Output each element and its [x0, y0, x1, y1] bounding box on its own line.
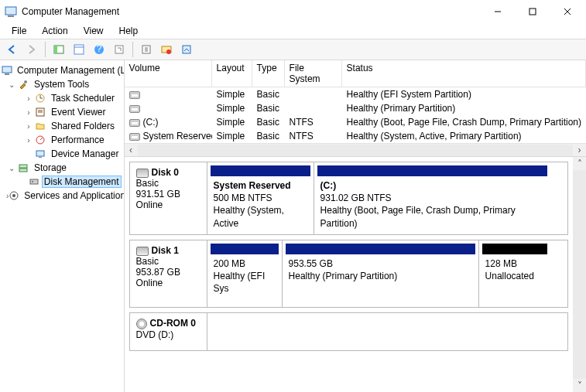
properties-button[interactable] — [70, 41, 87, 58]
action3-button[interactable] — [178, 41, 195, 58]
help-button[interactable]: ? — [91, 41, 108, 58]
volume-status: Healthy (Primary Partition) — [342, 101, 586, 115]
vertical-scrollbar[interactable]: ˄ ˅ — [573, 157, 586, 392]
svg-rect-8 — [74, 45, 84, 54]
expand-icon[interactable]: › — [23, 108, 34, 117]
scroll-down-icon[interactable]: ˅ — [573, 379, 586, 392]
disk-name: Disk 0 — [152, 167, 179, 178]
disk-status: Online — [136, 199, 200, 210]
svg-rect-20 — [2, 66, 12, 73]
disk-name: Disk 1 — [152, 245, 179, 256]
tree-shared-folders[interactable]: › Shared Folders — [0, 119, 124, 133]
menu-action[interactable]: Action — [35, 24, 74, 38]
volume-list[interactable]: Volume Layout Type File System Status Si… — [125, 60, 586, 157]
tree-task-scheduler[interactable]: › Task Scheduler — [0, 91, 124, 105]
partition-title: (C:) — [320, 179, 544, 192]
volume-name: System Reserved — [143, 131, 212, 141]
header-status[interactable]: Status — [342, 60, 586, 87]
refresh-button[interactable] — [111, 41, 128, 58]
header-volume[interactable]: Volume — [125, 60, 212, 87]
volume-status: Healthy (EFI System Partition) — [342, 87, 586, 101]
partition[interactable]: 128 MBUnallocated — [478, 240, 550, 307]
disk-size: 953.87 GB — [136, 267, 200, 278]
menu-help[interactable]: Help — [112, 24, 146, 38]
partition[interactable]: System Reserved500 MB NTFSHealthy (Syste… — [207, 162, 314, 234]
menu-file[interactable]: File — [5, 24, 33, 38]
app-icon — [5, 5, 17, 18]
tree-system-tools[interactable]: ⌄ System Tools — [0, 77, 124, 91]
harddisk-icon — [136, 247, 149, 256]
tree-services[interactable]: › Services and Application — [0, 189, 124, 203]
disk-label[interactable]: CD-ROM 0DVD (D:) — [130, 313, 207, 350]
volume-row[interactable]: (C:)SimpleBasicNTFSHealthy (Boot, Page F… — [125, 115, 586, 129]
scroll-track[interactable] — [138, 145, 573, 156]
partition-status: Healthy (System, Active — [214, 204, 307, 229]
volume-icon — [129, 119, 140, 127]
volume-row[interactable]: SimpleBasicHealthy (EFI System Partition… — [125, 87, 586, 101]
disk-label[interactable]: Disk 1Basic953.87 GBOnline — [130, 240, 207, 307]
disk-row[interactable]: CD-ROM 0DVD (D:) — [129, 312, 568, 351]
expand-icon[interactable]: › — [23, 94, 34, 103]
disk-row[interactable]: Disk 0Basic931.51 GBOnlineSystem Reserve… — [129, 162, 568, 235]
tree-disk-management[interactable]: Disk Management — [0, 175, 124, 189]
volume-row[interactable]: SimpleBasicHealthy (Primary Partition) — [125, 101, 586, 115]
partition-bar — [482, 244, 547, 254]
navigation-tree[interactable]: Computer Management (Lo ⌄ System Tools ›… — [0, 60, 125, 392]
header-type[interactable]: Type — [252, 60, 285, 87]
disk-row[interactable]: Disk 1Basic953.87 GBOnline200 MBHealthy … — [129, 240, 568, 308]
expand-icon[interactable]: › — [23, 136, 34, 145]
volume-status: Healthy (Boot, Page File, Crash Dump, Pr… — [342, 115, 586, 129]
volume-icon — [129, 133, 140, 141]
volume-type: Basic — [252, 101, 285, 115]
clock-icon — [34, 92, 46, 104]
disk-graphical-view[interactable]: Disk 0Basic931.51 GBOnlineSystem Reserve… — [125, 157, 586, 392]
back-button[interactable] — [3, 41, 20, 58]
expand-icon[interactable]: › — [23, 122, 34, 131]
tree-event-viewer[interactable]: › Event Viewer — [0, 105, 124, 119]
maximize-button[interactable] — [515, 1, 550, 22]
partition-status: Healthy (Primary Partition) — [289, 270, 472, 282]
collapse-icon[interactable]: ⌄ — [6, 80, 17, 89]
header-layout[interactable]: Layout — [212, 60, 252, 87]
action2-button[interactable] — [158, 41, 175, 58]
volume-row[interactable]: System ReservedSimpleBasicNTFSHealthy (S… — [125, 129, 586, 143]
partition-size: 128 MB — [485, 257, 544, 270]
partition-size: 200 MB — [214, 257, 276, 270]
collapse-icon[interactable]: ⌄ — [6, 164, 17, 172]
disk-type: Basic — [136, 178, 200, 189]
show-hide-tree-button[interactable] — [50, 41, 67, 58]
partition-size: 953.55 GB — [289, 257, 472, 270]
partition-status: Healthy (EFI Sys — [214, 270, 276, 295]
header-filesystem[interactable]: File System — [285, 60, 342, 87]
action1-button[interactable] — [138, 41, 155, 58]
volume-layout: Simple — [212, 87, 252, 101]
disk-type: Basic — [136, 256, 200, 267]
disk-icon — [29, 176, 39, 188]
partition-status: Healthy (Boot, Page File, Crash Dump, Pr… — [320, 204, 544, 229]
tree-device-manager[interactable]: Device Manager — [0, 147, 124, 161]
svg-rect-33 — [19, 165, 27, 168]
services-icon — [9, 189, 19, 202]
partition[interactable]: 953.55 GBHealthy (Primary Partition) — [282, 240, 478, 307]
disk-label[interactable]: Disk 0Basic931.51 GBOnline — [130, 162, 207, 234]
svg-rect-1 — [8, 15, 14, 17]
minimize-button[interactable] — [480, 1, 515, 22]
volume-fs — [285, 101, 342, 115]
forward-button[interactable] — [23, 41, 40, 58]
menu-view[interactable]: View — [77, 24, 111, 38]
scroll-up-icon[interactable]: ˄ — [573, 157, 586, 170]
tree-storage[interactable]: ⌄ Storage — [0, 161, 124, 175]
svg-rect-3 — [529, 9, 536, 15]
partition[interactable]: (C:)931.02 GB NTFSHealthy (Boot, Page Fi… — [314, 162, 550, 234]
partition[interactable]: 200 MBHealthy (EFI Sys — [207, 240, 282, 307]
tree-performance[interactable]: › Performance — [0, 133, 124, 147]
svg-rect-35 — [30, 179, 38, 184]
svg-rect-7 — [54, 46, 57, 53]
scroll-left-icon[interactable]: ‹ — [125, 144, 138, 157]
scroll-track[interactable] — [573, 170, 586, 379]
volume-type: Basic — [252, 87, 285, 101]
close-button[interactable] — [550, 1, 584, 22]
horizontal-scrollbar[interactable]: ‹ › — [125, 143, 586, 156]
tree-root[interactable]: Computer Management (Lo — [0, 63, 124, 77]
scroll-right-icon[interactable]: › — [573, 144, 586, 157]
